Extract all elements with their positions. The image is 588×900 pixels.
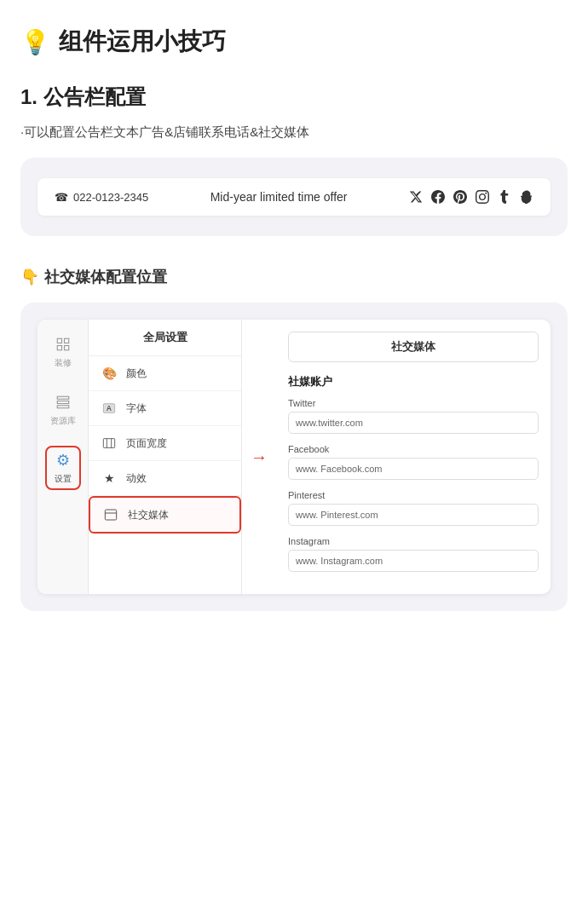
- menu-animation-label: 动效: [126, 471, 147, 486]
- section2-title: 👇 社交媒体配置位置: [20, 267, 568, 287]
- font-icon: A: [101, 400, 118, 417]
- section1-desc: ·可以配置公告栏文本广告&店铺联系电话&社交媒体: [20, 124, 568, 141]
- svg-rect-2: [57, 346, 61, 350]
- svg-rect-3: [64, 346, 68, 350]
- assets-icon: [54, 393, 72, 412]
- svg-text:A: A: [107, 404, 112, 412]
- section1: 1. 公告栏配置 ·可以配置公告栏文本广告&店铺联系电话&社交媒体 ☎ 022-…: [20, 84, 568, 236]
- field-group-pinterest: Pinterest: [288, 490, 539, 526]
- right-panel-title: 社交媒体: [288, 332, 539, 362]
- menu-item-social[interactable]: 社交媒体: [89, 496, 241, 534]
- announcement-bar-card: ☎ 022-0123-2345 Mid-year limited time of…: [20, 158, 568, 236]
- width-icon: [101, 435, 118, 452]
- svg-rect-12: [105, 510, 116, 520]
- announce-social-icons: [409, 190, 533, 204]
- pinterest-icon: [453, 190, 467, 204]
- color-icon: 🎨: [101, 365, 118, 382]
- svg-rect-5: [57, 401, 69, 404]
- svg-rect-1: [64, 338, 68, 343]
- field-group-twitter: Twitter: [288, 398, 539, 434]
- announce-phone: ☎ 022-0123-2345: [55, 191, 148, 204]
- svg-rect-4: [57, 396, 69, 399]
- middle-header: 全局设置: [89, 320, 241, 356]
- social-section-label: 社媒账户: [288, 374, 539, 389]
- twitter-icon: [409, 190, 423, 204]
- menu-color-label: 颜色: [126, 366, 147, 381]
- sidebar-item-decor[interactable]: 装修: [50, 330, 76, 374]
- arrow-right-icon: →: [251, 447, 268, 467]
- arrow-container: →: [242, 320, 276, 594]
- phone-icon: ☎: [55, 191, 68, 204]
- settings-layout: 装修 资源库 ⚙ 设置 全局设置: [37, 320, 551, 594]
- gear-icon: ⚙: [56, 451, 70, 470]
- snapchat-icon: [520, 190, 533, 204]
- instagram-icon: [476, 190, 489, 204]
- sidebar-item-settings[interactable]: ⚙ 设置: [45, 446, 81, 490]
- menu-item-font[interactable]: A 字体: [89, 391, 241, 426]
- menu-social-label: 社交媒体: [128, 508, 169, 522]
- menu-width-label: 页面宽度: [126, 436, 167, 451]
- section2-text: 社交媒体配置位置: [44, 267, 167, 287]
- tumblr-icon: [498, 190, 511, 204]
- title-emoji: 💡: [20, 28, 50, 56]
- section2-emoji: 👇: [20, 268, 39, 286]
- facebook-icon: [431, 190, 445, 204]
- title-text: 组件运用小技巧: [59, 26, 226, 58]
- page-title: 💡 组件运用小技巧: [20, 26, 568, 58]
- menu-item-color[interactable]: 🎨 颜色: [89, 356, 241, 391]
- instagram-input[interactable]: [288, 550, 539, 572]
- svg-rect-0: [57, 338, 61, 343]
- section2: 👇 社交媒体配置位置 装修 资源库: [20, 267, 568, 611]
- twitter-label: Twitter: [288, 398, 539, 408]
- instagram-label: Instagram: [288, 536, 539, 546]
- pinterest-input[interactable]: [288, 504, 539, 526]
- menu-item-width[interactable]: 页面宽度: [89, 426, 241, 461]
- settings-demo-card: 装修 资源库 ⚙ 设置 全局设置: [20, 303, 568, 611]
- middle-panel: 全局设置 🎨 颜色 A 字体: [89, 320, 242, 594]
- sidebar-item-assets[interactable]: 资源库: [47, 388, 79, 432]
- menu-font-label: 字体: [126, 401, 147, 416]
- sidebar-assets-label: 资源库: [50, 415, 76, 427]
- facebook-label: Facebook: [288, 444, 539, 454]
- phone-number: 022-0123-2345: [73, 191, 148, 204]
- sidebar-settings-label: 设置: [55, 473, 72, 485]
- twitter-input[interactable]: [288, 412, 539, 434]
- sidebar-left: 装修 资源库 ⚙ 设置: [37, 320, 89, 594]
- announcement-bar: ☎ 022-0123-2345 Mid-year limited time of…: [37, 178, 551, 216]
- svg-rect-9: [103, 439, 114, 448]
- sidebar-decor-label: 装修: [55, 357, 72, 369]
- right-panel: 社交媒体 社媒账户 Twitter Facebook Pinterest: [276, 320, 551, 594]
- svg-rect-6: [57, 406, 69, 408]
- decor-icon: [54, 335, 72, 354]
- field-group-facebook: Facebook: [288, 444, 539, 480]
- menu-item-animation[interactable]: ★ 动效: [89, 461, 241, 496]
- social-icon: [102, 506, 119, 523]
- field-group-instagram: Instagram: [288, 536, 539, 572]
- section1-title: 1. 公告栏配置: [20, 84, 568, 111]
- settings-icon: ⚙: [54, 451, 72, 470]
- pinterest-label: Pinterest: [288, 490, 539, 500]
- animation-icon: ★: [101, 470, 118, 487]
- facebook-input[interactable]: [288, 458, 539, 480]
- announce-text: Mid-year limited time offer: [210, 190, 348, 204]
